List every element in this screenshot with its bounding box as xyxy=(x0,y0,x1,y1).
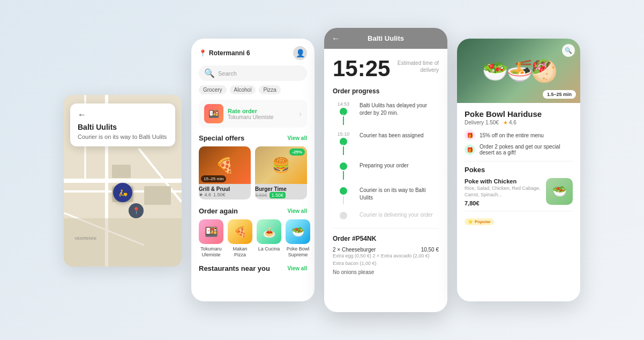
avatar-icon: 👤 xyxy=(296,49,305,57)
svg-rect-7 xyxy=(64,218,182,267)
timeline-step-5: Courier is delivering your order xyxy=(333,211,439,219)
lacucina-img: 🍝 xyxy=(257,219,281,244)
promo-cards: 🎁 15% off on the entire menu 🎁 Order 2 p… xyxy=(465,130,573,156)
timeline-dot-3 xyxy=(340,162,347,170)
order-again-view-all[interactable]: View all xyxy=(287,208,307,214)
tracking-back-button[interactable]: ← xyxy=(332,34,340,43)
filter-chip-pizza[interactable]: Pizza xyxy=(259,85,280,94)
search-placeholder: Search xyxy=(218,70,237,77)
order-again-makan[interactable]: 🍕 Makan Pizza xyxy=(228,219,252,258)
filter-chips: Grocery Alcohol Pizza xyxy=(199,85,307,94)
special-offers-header: Special offers View all xyxy=(199,134,307,142)
filter-chip-alcohol[interactable]: Alcohol xyxy=(230,85,256,94)
restaurant-search-icon[interactable]: 🔍 xyxy=(562,44,575,57)
offer-pizza-name: Grill & Pruul xyxy=(199,186,251,192)
order-again-tokumaru[interactable]: 🍱 Tokumaru Ulemiste xyxy=(199,219,223,258)
special-offers-view-all[interactable]: View all xyxy=(287,135,307,141)
timeline-line-2 xyxy=(343,146,344,155)
offer-burger-original-price: 3.50€ xyxy=(255,193,267,198)
poke-item-chicken[interactable]: Poke with Chicken Rice, Salad, Chicken, … xyxy=(465,178,573,206)
map-popup-title: Balti Uulits xyxy=(78,123,168,131)
svg-rect-9 xyxy=(112,165,131,178)
tracking-eta-label: Estimated time of delivery xyxy=(390,60,439,73)
restaurant-name: Poke Bowl Hariduse xyxy=(465,109,573,119)
offer-card-burger[interactable]: 🍔 -25% Burger Time 3.50€ 1.50€ xyxy=(255,146,307,199)
timeline-step-4: Courier is on its way to Balti Uulits xyxy=(333,186,439,205)
order-again-poke[interactable]: 🥗 Poke Bowl Supreme xyxy=(286,219,310,258)
divider-1 xyxy=(465,161,573,161)
location-text: Rotermanni 6 xyxy=(209,49,250,57)
timeline-line-3 xyxy=(343,171,344,180)
restaurants-view-all[interactable]: View all xyxy=(287,265,307,271)
popular-label: Popular xyxy=(475,219,491,224)
screens-container: VEERENNI ← Balti Uulits Courier is on it… xyxy=(53,17,591,323)
offer-burger-price-row: 3.50€ 1.50€ xyxy=(255,192,307,198)
home-screen: 📍 Rotermanni 6 👤 🔍 Search Grocery Alcoho… xyxy=(191,39,314,301)
promo-card-2: 🎁 Order 2 pokes and get our special dese… xyxy=(465,144,573,156)
promo-icon-1: 🎁 xyxy=(465,130,475,141)
promo-text-2: Order 2 pokes and get our special desert… xyxy=(480,144,573,156)
timeline-time-1: 14:53 xyxy=(338,101,350,107)
order-again-row: 🍱 Tokumaru Ulemiste 🍕 Makan Pizza 🍝 La C… xyxy=(199,219,307,258)
restaurant-rating: ★ 4.6 xyxy=(503,120,516,125)
map-popup: ← Balti Uulits Courier is on its way to … xyxy=(70,104,175,146)
search-icon: 🔍 xyxy=(204,68,215,78)
user-avatar[interactable]: 👤 xyxy=(293,46,307,60)
timeline-dot-1: ✓ xyxy=(340,108,347,115)
timeline-left-3 xyxy=(333,161,354,181)
rate-order-text: Rate order Tokumaru Ulemiste xyxy=(228,108,274,120)
order-id: Order #P54NK xyxy=(333,235,439,242)
svg-text:VEERENNI: VEERENNI xyxy=(74,236,96,241)
timeline-step-3: Preparing your order xyxy=(333,161,439,181)
offer-card-grill[interactable]: 🍕 15–25 min Grill & Pruul ★ 4.6 1.50€ xyxy=(199,146,251,199)
order-again-title: Order again xyxy=(199,207,238,215)
search-bar[interactable]: 🔍 Search xyxy=(199,65,307,81)
timeline-left-5 xyxy=(333,211,354,219)
timeline-text-3: Preparing your order xyxy=(360,161,409,169)
poke-item-desc: Rice, Salad, Chicken, Red Cabage, Carrot… xyxy=(465,186,541,198)
timeline-step-1: 14:53 ✓ Balti Uulits has delayed your or… xyxy=(333,101,439,126)
poke-item-info: Poke with Chicken Rice, Salad, Chicken, … xyxy=(465,178,541,206)
tracking-header-title: Balti Uulits xyxy=(368,34,404,42)
order-summary: Order #P54NK 2 × Cheeseburger 10,50 € Ex… xyxy=(333,228,439,275)
restaurants-title: Restaurants near you xyxy=(199,264,270,272)
timeline-line-4 xyxy=(343,196,344,204)
tracking-screen: ← Balti Uulits 15:25 Estimated time of d… xyxy=(324,28,447,312)
rate-order-card[interactable]: 🍱 Rate order Tokumaru Ulemiste › xyxy=(199,100,307,128)
courier-pin: 🛵 xyxy=(113,183,132,202)
order-note: No onions please xyxy=(333,269,439,275)
tokumaru-img: 🍱 xyxy=(199,219,223,244)
order-again-lacucina[interactable]: 🍝 La Cucina xyxy=(257,219,281,258)
poke-name: Poke Bowl Supreme xyxy=(286,246,310,258)
map-back-button[interactable]: ← xyxy=(78,110,86,120)
location-display[interactable]: 📍 Rotermanni 6 xyxy=(199,49,250,57)
tracking-time-row: 15:25 Estimated time of delivery xyxy=(333,57,439,80)
restaurant-delivery: Delivery 1.50€ xyxy=(465,120,499,125)
offer-burger-sale-price: 1.50€ xyxy=(269,192,286,198)
rating-value: 4.6 xyxy=(509,120,516,125)
filter-chip-grocery[interactable]: Grocery xyxy=(199,85,227,94)
popular-badge: ⭐ Popular xyxy=(465,218,494,225)
order-again-header: Order again View all xyxy=(199,207,307,215)
poke-img: 🥗 xyxy=(286,219,310,244)
svg-rect-10 xyxy=(144,186,171,205)
timeline-text-5: Courier is delivering your order xyxy=(360,211,433,219)
rate-order-restaurant: Tokumaru Ulemiste xyxy=(228,114,274,120)
order-item-price: 10,50 € xyxy=(421,247,439,253)
special-offers-title: Special offers xyxy=(199,134,244,142)
rate-order-restaurant-img: 🍱 xyxy=(204,104,223,123)
restaurant-screen: 🥗🍜🥙 🔍 1.5–25 min Poke Bowl Hariduse Deli… xyxy=(457,39,580,301)
order-item-cheeseburger: 2 × Cheeseburger 10,50 € Extra egg (0,50… xyxy=(333,247,439,267)
tracking-header: ← Balti Uulits xyxy=(324,28,447,49)
map-screen: VEERENNI ← Balti Uulits Courier is on it… xyxy=(64,95,182,267)
order-item-name: 2 × Cheeseburger xyxy=(333,247,376,253)
poke-item-price: 7,80€ xyxy=(465,200,541,206)
offer-pizza-info: Grill & Pruul ★ 4.6 1.50€ xyxy=(199,184,251,198)
poke-item-img: 🥗 xyxy=(546,178,573,205)
timeline-dot-5 xyxy=(340,212,347,219)
timeline-text-1: Balti Uulits has delayed your order by 2… xyxy=(360,101,439,117)
timeline-line-1 xyxy=(343,116,344,125)
offer-burger-info: Burger Time 3.50€ 1.50€ xyxy=(255,184,307,199)
timeline-step-2: 15:10 ✓ Courier has been assigned xyxy=(333,131,439,156)
chevron-right-icon: › xyxy=(299,109,302,118)
